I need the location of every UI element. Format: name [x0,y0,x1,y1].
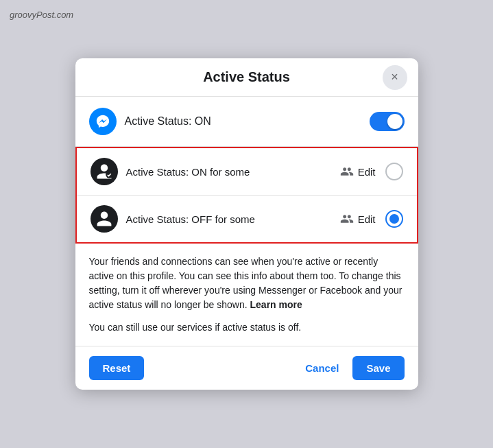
right-buttons: Cancel Save [302,356,404,380]
modal-header: Active Status × [75,58,418,97]
messenger-icon [89,108,117,135]
modal-container: Active Status × Active Status: ON [75,58,418,390]
main-toggle-label: Active Status: ON [125,115,370,128]
people-icon-off [340,212,354,226]
main-toggle-switch[interactable] [370,112,405,131]
people-icon-on [340,165,354,178]
modal-overlay: Active Status × Active Status: ON [0,58,493,390]
learn-more-link[interactable]: Learn more [250,299,302,310]
reset-button[interactable]: Reset [89,356,145,380]
option-row-on-for-some: Active Status: ON for some Edit [77,148,417,196]
close-button[interactable]: × [383,65,407,90]
description-main: Your friends and connections can see whe… [89,256,402,310]
edit-link-off[interactable]: Edit [358,213,376,225]
radio-off-for-some[interactable] [385,210,403,228]
modal-title: Active Status [203,69,290,85]
modal-body: Active Status: ON [75,97,418,346]
option-label-on-for-some: Active Status: ON for some [126,166,340,178]
options-section: Active Status: ON for some Edit [75,147,418,244]
modal-footer: Reset Cancel Save [75,346,418,390]
watermark-text: groovyPost.com [10,10,73,20]
messenger-svg [95,114,110,129]
description-section: Your friends and connections can see whe… [75,244,418,346]
description-text: Your friends and connections can see whe… [89,255,405,312]
edit-group-on: Edit [340,165,376,178]
person-partial-off-icon [95,210,113,228]
cancel-button[interactable]: Cancel [302,356,341,380]
save-button[interactable]: Save [352,356,404,380]
status-avatar-on [91,158,118,185]
edit-group-off: Edit [340,212,376,226]
edit-link-on[interactable]: Edit [358,166,376,178]
status-avatar-off [91,205,118,233]
radio-on-for-some[interactable] [385,163,403,180]
person-partial-icon [95,163,113,180]
main-toggle-row: Active Status: ON [75,97,418,147]
option-row-off-for-some: Active Status: OFF for some Edit [77,196,417,242]
sub-description-text: You can still use our services if active… [89,320,405,335]
toggle-slider [370,112,405,131]
option-label-off-for-some: Active Status: OFF for some [126,213,340,225]
